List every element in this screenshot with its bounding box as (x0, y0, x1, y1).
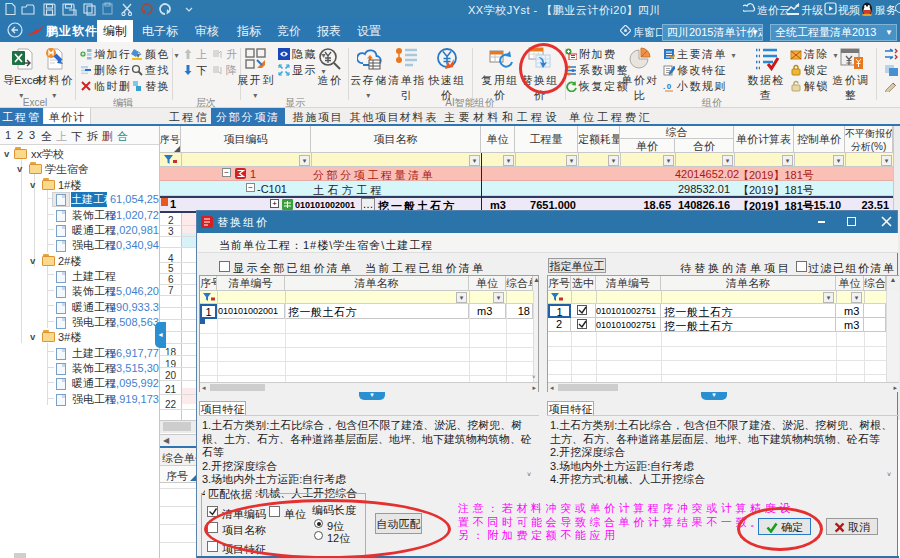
svg-text:.0: .0 (663, 82, 673, 91)
